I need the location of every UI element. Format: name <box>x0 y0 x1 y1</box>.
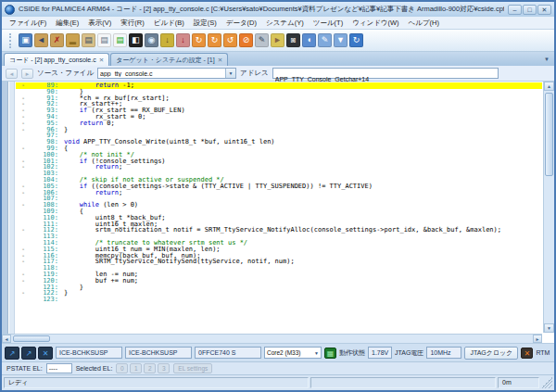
code-line[interactable]: -102: return; <box>16 164 542 171</box>
snapshot-icon[interactable]: ◙ <box>286 33 300 47</box>
menu-item-settings[interactable]: 設定(S) <box>190 18 221 29</box>
back-button[interactable]: ◄ <box>6 69 18 79</box>
source-file-combobox[interactable]: ▼ <box>97 68 236 79</box>
source-file-label: ソース・ファイル <box>37 69 94 78</box>
reset-run-icon[interactable]: ↻ <box>192 33 206 47</box>
close-source-icon[interactable]: ✗ <box>50 33 64 47</box>
gutter-strip-inner <box>9 82 15 334</box>
code-line[interactable]: -89: return -1; <box>16 82 542 89</box>
edit-page-icon[interactable]: ✎ <box>318 33 332 47</box>
menu-item-build[interactable]: ビルド(B) <box>150 18 188 29</box>
menu-item-tools[interactable]: ツール(T) <box>310 18 347 29</box>
code-line[interactable]: -106: return; <box>16 190 542 196</box>
breakpoint-marker[interactable]: - <box>16 227 31 234</box>
code-text: return; <box>58 190 122 196</box>
tab-target-settings[interactable]: ターゲット・システムの設定 - [1]✕ <box>110 53 228 66</box>
el-button-2[interactable]: 2 <box>144 363 156 373</box>
horizontal-scrollbar[interactable]: ◄ ► <box>2 334 542 343</box>
tab-code[interactable]: コード - [2] app_tty_console.c✕ <box>4 53 109 66</box>
breakpoint-marker[interactable]: - <box>16 164 31 171</box>
breakpoint-marker[interactable]: - <box>16 82 31 89</box>
code-text: return; <box>58 164 122 171</box>
tab-close-icon[interactable]: ✕ <box>99 57 104 64</box>
code-line[interactable]: -122:} <box>16 290 542 297</box>
forward-button[interactable]: ► <box>21 69 33 79</box>
code-line[interactable]: -95: return 0; <box>16 120 542 127</box>
breakpoint-marker[interactable]: - <box>16 202 31 209</box>
close-button[interactable]: ✕ <box>537 5 551 15</box>
code-line[interactable]: 98:void APP_TTY_Console_Write(uint8_t *b… <box>16 139 542 145</box>
menu-item-help[interactable]: ヘルプ(H) <box>405 18 443 29</box>
run-control-1-button[interactable]: ↗ <box>5 347 19 360</box>
window-title: CSIDE for PALMiCE4 ARM64 - コード - [2] app… <box>19 5 504 14</box>
scroll-right-icon[interactable]: ► <box>533 335 542 343</box>
breakpoint-marker[interactable]: - <box>16 145 31 152</box>
scroll-up-icon[interactable]: ▲ <box>544 82 554 91</box>
jtag-clock-value: 10MHz <box>426 347 461 359</box>
resize-grip[interactable] <box>541 377 552 388</box>
tab-list-chevron-icon[interactable]: ▼ <box>541 57 552 62</box>
memory-view-icon[interactable]: ◧ <box>129 33 143 47</box>
watch-add-icon[interactable]: ▤ <box>113 33 127 47</box>
code-line[interactable]: -120: buf += num; <box>16 278 542 285</box>
scroll-down-icon[interactable]: ▼ <box>544 323 554 333</box>
code-line[interactable]: -108: while (len > 0) <box>16 202 542 209</box>
code-line[interactable]: 121: } <box>16 285 542 291</box>
edit-sphere-icon[interactable]: ✎ <box>255 33 269 47</box>
breakpoint-marker[interactable]: - <box>16 290 31 297</box>
watch-list-icon[interactable]: ▤ <box>97 33 111 47</box>
sync-icon[interactable]: ↻ <box>349 33 363 47</box>
status-time-text: 0m <box>498 377 539 388</box>
menu-item-file[interactable]: ファイル(F) <box>6 18 50 29</box>
tab-close-icon[interactable]: ✕ <box>218 57 222 64</box>
code-line[interactable]: 123: <box>16 297 542 303</box>
project-files-icon[interactable]: ▤ <box>82 33 95 47</box>
code-line[interactable]: -117: SRTM_TtyService_NotifySend(ttyServ… <box>16 259 542 265</box>
search-icon[interactable]: ◉ <box>145 33 158 47</box>
menu-item-view[interactable]: 表示(V) <box>84 18 115 29</box>
minimize-button[interactable]: – <box>508 5 522 15</box>
run-control-2-button[interactable]: ↗ <box>21 347 36 360</box>
horizontal-scroll-thumb[interactable] <box>13 335 50 342</box>
menu-item-window[interactable]: ウィンドウ(W) <box>348 18 402 29</box>
breakpoint-marker[interactable]: - <box>16 190 31 196</box>
el-button-3[interactable]: 3 <box>158 363 170 373</box>
breakpoint-marker <box>16 297 31 303</box>
code-line[interactable]: -112: srtm_notification_t notif = SRTM_T… <box>16 227 542 234</box>
maximize-button[interactable]: □ <box>523 5 537 15</box>
breakpoint-marker[interactable]: - <box>16 127 31 133</box>
breakpoint-marker[interactable]: - <box>16 278 31 285</box>
el-settings-button[interactable]: EL settings <box>173 363 212 373</box>
menu-item-edit[interactable]: 編集(E) <box>52 18 82 29</box>
code-window-icon[interactable]: ▣ <box>19 33 32 47</box>
el-button-1[interactable]: 1 <box>130 363 142 373</box>
core-select-dropdown-icon[interactable]: ▼ <box>312 350 321 356</box>
open-source-icon[interactable]: ◄ <box>34 33 48 47</box>
address-field[interactable] <box>272 68 499 79</box>
core-select[interactable]: Core2 (M33) ▼ <box>264 347 322 359</box>
open-folder-icon[interactable]: ▂ <box>66 33 80 47</box>
menu-item-system[interactable]: システム(Y) <box>262 18 308 29</box>
stop-icon[interactable]: ⊘ <box>239 33 253 47</box>
selected-el-label: Selected EL: <box>76 365 113 372</box>
download-stop-icon[interactable]: ↓ <box>176 33 190 47</box>
download-icon[interactable]: ↓ <box>160 33 174 47</box>
reset-break-icon[interactable]: ↺ <box>223 33 237 47</box>
menu-item-run[interactable]: 実行(R) <box>117 18 147 29</box>
menu-item-data[interactable]: データ(D) <box>222 18 260 29</box>
run-control-stop-button[interactable]: ✕ <box>38 347 53 360</box>
scroll-left-icon[interactable]: ◄ <box>2 335 11 343</box>
combo-dropdown-icon[interactable]: ▼ <box>225 69 235 78</box>
breakpoint-marker[interactable]: - <box>16 259 31 265</box>
comment-icon[interactable]: ◖ <box>302 33 316 47</box>
code-editor[interactable]: -89: return -1;90: }-91: *ch = rx_buf[rx… <box>2 82 554 344</box>
code-line[interactable]: -96:} <box>16 127 542 133</box>
reset-icon[interactable]: ↻ <box>208 33 221 47</box>
source-file-input[interactable] <box>98 69 225 78</box>
save-page-icon[interactable]: ▼ <box>334 33 348 47</box>
jtag-clock-button[interactable]: JTAGクロック <box>464 347 518 360</box>
vertical-scroll-thumb[interactable] <box>545 93 553 176</box>
vertical-scrollbar[interactable]: ▲ ▼ <box>543 82 554 333</box>
flash-write-icon[interactable]: ► <box>271 33 284 47</box>
el-button-0[interactable]: 0 <box>116 363 128 373</box>
